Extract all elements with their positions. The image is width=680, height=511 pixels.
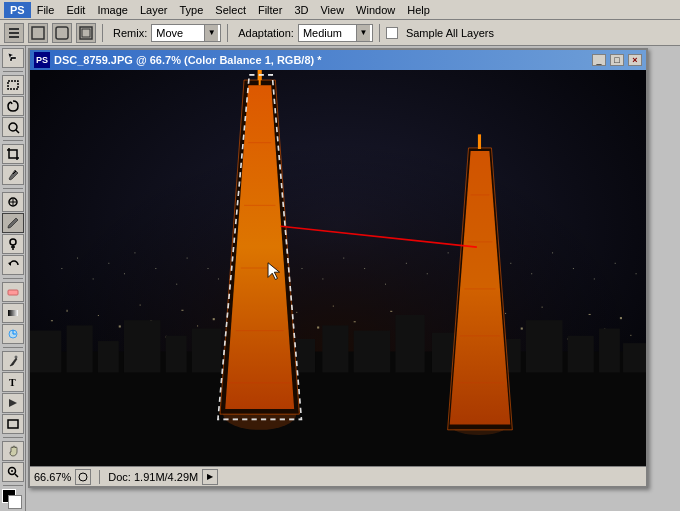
zoom-indicator-btn[interactable] [75, 469, 91, 485]
remix-label: Remix: [113, 27, 147, 39]
svg-point-10 [9, 123, 17, 131]
menu-ps[interactable]: PS [4, 2, 31, 18]
menu-image[interactable]: Image [91, 2, 134, 18]
hand-btn[interactable] [2, 441, 24, 461]
svg-line-9 [11, 102, 12, 104]
fg-bg-colors[interactable] [2, 489, 24, 509]
svg-rect-65 [67, 310, 68, 312]
svg-rect-110 [322, 325, 348, 372]
zoom-level: 66.67% [34, 471, 71, 483]
svg-rect-81 [333, 306, 334, 307]
minimize-button[interactable]: _ [592, 54, 606, 66]
svg-rect-47 [301, 268, 302, 269]
move-tool-btn[interactable] [2, 48, 24, 68]
rectangle-shape-btn[interactable] [2, 414, 24, 434]
close-button[interactable]: × [628, 54, 642, 66]
svg-rect-116 [526, 320, 563, 372]
remix-dropdown-arrow[interactable]: ▼ [204, 25, 218, 41]
svg-rect-54 [448, 252, 449, 253]
menu-view[interactable]: View [314, 2, 350, 18]
pen-btn[interactable] [2, 351, 24, 371]
menu-window[interactable]: Window [350, 2, 401, 18]
crop-tool-btn[interactable] [2, 144, 24, 164]
adaptation-dropdown-arrow[interactable]: ▼ [356, 25, 370, 41]
tool-sep6 [3, 437, 23, 438]
svg-rect-84 [390, 311, 392, 312]
blur-btn[interactable] [2, 324, 24, 344]
remix-value: Move [154, 27, 204, 39]
svg-rect-53 [427, 273, 428, 274]
svg-text:T: T [9, 377, 16, 388]
sample-all-checkbox[interactable] [386, 27, 398, 39]
svg-point-23 [14, 356, 17, 359]
svg-rect-51 [385, 284, 386, 285]
menu-help[interactable]: Help [401, 2, 436, 18]
svg-rect-50 [364, 268, 365, 269]
tool-options-icon4 [76, 23, 96, 43]
svg-rect-57 [510, 263, 511, 264]
svg-rect-37 [124, 273, 125, 274]
svg-rect-42 [207, 268, 208, 269]
eyedropper-btn[interactable] [2, 165, 24, 185]
svg-rect-26 [8, 420, 18, 428]
adaptation-select[interactable]: Medium ▼ [298, 24, 373, 42]
svg-rect-60 [573, 268, 574, 269]
svg-rect-112 [395, 315, 424, 372]
svg-rect-21 [8, 310, 18, 316]
eraser-btn[interactable] [2, 282, 24, 302]
svg-rect-102 [67, 325, 93, 372]
svg-rect-49 [343, 258, 344, 259]
svg-rect-72 [181, 310, 183, 311]
menu-type[interactable]: Type [174, 2, 210, 18]
menu-layer[interactable]: Layer [134, 2, 174, 18]
path-selection-btn[interactable] [2, 393, 24, 413]
tool-palette: T [0, 46, 26, 511]
rectangular-marquee-btn[interactable] [2, 75, 24, 95]
svg-rect-38 [134, 252, 135, 253]
history-brush-btn[interactable] [2, 255, 24, 275]
menu-edit[interactable]: Edit [60, 2, 91, 18]
svg-rect-93 [542, 307, 543, 308]
menu-filter[interactable]: Filter [252, 2, 288, 18]
svg-marker-19 [8, 262, 11, 266]
status-arrow-btn[interactable]: ▶ [202, 469, 218, 485]
remix-select[interactable]: Move ▼ [151, 24, 221, 42]
healing-brush-btn[interactable] [2, 192, 24, 212]
svg-rect-6 [82, 29, 90, 37]
svg-rect-2 [9, 36, 19, 38]
quick-select-btn[interactable] [2, 117, 24, 137]
menu-select[interactable]: Select [209, 2, 252, 18]
tool-sep5 [3, 347, 23, 348]
tool-sep1 [3, 71, 23, 72]
svg-rect-43 [218, 278, 219, 279]
menu-file[interactable]: File [31, 2, 61, 18]
clone-stamp-btn[interactable] [2, 234, 24, 254]
doc-size: Doc: 1.91M/4.29M [108, 471, 198, 483]
options-sep1 [102, 24, 103, 42]
menu-3d[interactable]: 3D [288, 2, 314, 18]
brush-tool-btn[interactable] [2, 213, 24, 233]
sample-all-label: Sample All Layers [406, 27, 494, 39]
document-canvas[interactable]: .selection-dash { fill: none; stroke: wh… [30, 70, 646, 466]
svg-rect-34 [77, 258, 78, 259]
ps-icon: PS [34, 52, 50, 68]
svg-rect-79 [296, 312, 297, 313]
svg-rect-109 [296, 339, 315, 372]
tool-sep3 [3, 188, 23, 189]
zoom-btn[interactable] [2, 462, 24, 482]
lasso-tool-btn[interactable] [2, 96, 24, 116]
svg-rect-39 [155, 268, 156, 269]
sample-all-row: Sample All Layers [386, 27, 494, 39]
svg-line-11 [16, 130, 19, 133]
svg-rect-80 [317, 326, 319, 328]
document-titlebar: PS DSC_8759.JPG @ 66.7% (Color Balance 1… [30, 50, 646, 70]
type-btn[interactable]: T [2, 372, 24, 392]
adaptation-label: Adaptation: [238, 27, 294, 39]
svg-rect-0 [9, 28, 19, 30]
svg-rect-74 [213, 318, 215, 320]
svg-rect-67 [98, 315, 99, 316]
svg-rect-58 [531, 273, 532, 274]
document-window: PS DSC_8759.JPG @ 66.7% (Color Balance 1… [28, 48, 648, 488]
gradient-btn[interactable] [2, 303, 24, 323]
restore-button[interactable]: □ [610, 54, 624, 66]
